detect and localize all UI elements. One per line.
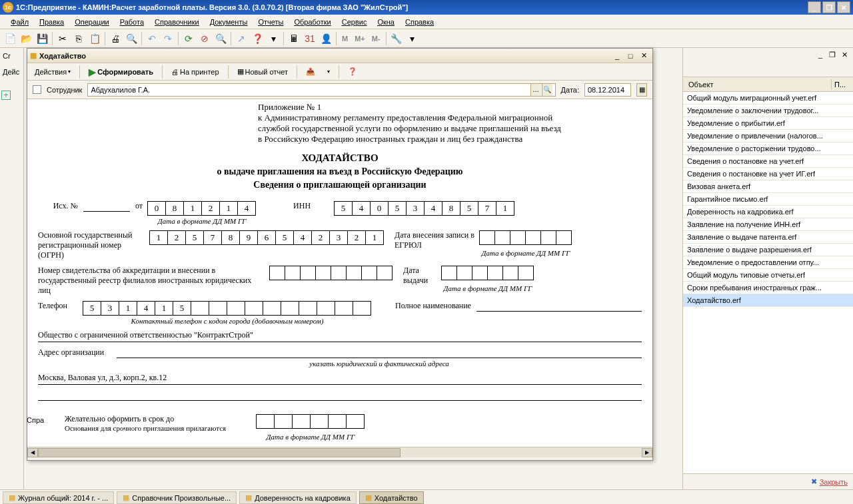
copy-icon[interactable]: ⎘ — [71, 31, 86, 46]
list-item[interactable]: Ходатайство.erf — [683, 294, 853, 307]
export-button[interactable]: 📤 — [301, 65, 320, 78]
new-report-button[interactable]: ▦ Новый отчет — [233, 65, 293, 78]
col-object[interactable]: Объект — [686, 79, 832, 90]
left-tab-1[interactable]: Сг — [1, 51, 22, 61]
task-item[interactable]: ▦Журнал общий: 2014 г. - ... — [3, 491, 114, 504]
task-icon[interactable]: 👤 — [319, 31, 333, 46]
redo-icon[interactable]: ↷ — [161, 31, 175, 46]
menu-operations[interactable]: Операции — [69, 17, 114, 27]
undo-icon[interactable]: ↶ — [145, 31, 159, 46]
task-item[interactable]: ▦Доверенность на кадровика — [239, 491, 357, 504]
printer-button[interactable]: 🖨 На принтер — [167, 66, 224, 78]
deadline-grid[interactable] — [257, 414, 365, 429]
panel-close-button[interactable]: ✕ — [838, 49, 850, 60]
egrul-date-grid[interactable] — [480, 230, 572, 245]
dropdown-icon[interactable]: ▾ — [266, 31, 281, 46]
lookup-icon[interactable]: … — [530, 84, 541, 96]
search-icon[interactable]: 🔍 — [213, 31, 228, 46]
dialog-minimize-button[interactable]: _ — [611, 51, 623, 61]
list-item[interactable]: Доверенность на кадровика.erf — [683, 206, 853, 218]
phone-grid[interactable]: 531415 — [83, 301, 371, 316]
export-dropdown[interactable]: ▾ — [323, 67, 335, 77]
address-field-2[interactable]: Москва, Валовая ул, д.3, корп.2, кв.12 — [38, 373, 642, 385]
employee-checkbox[interactable] — [33, 85, 41, 94]
list-item[interactable]: Заявление на получение ИНН.erf — [683, 218, 853, 231]
accred-grid[interactable] — [270, 266, 393, 280]
date1-grid[interactable]: 081214 — [148, 201, 256, 216]
open-icon[interactable]: 📂 — [19, 31, 33, 46]
close-button[interactable]: ✕ — [837, 1, 850, 13]
panel-restore-button[interactable]: ❐ — [826, 49, 838, 60]
list-item[interactable]: Заявление о выдаче патента.erf — [683, 231, 853, 244]
issue-date-grid[interactable] — [442, 266, 534, 280]
col-p[interactable]: П... — [832, 79, 850, 90]
m-button[interactable]: M — [339, 35, 351, 43]
menu-docs[interactable]: Документы — [205, 17, 253, 27]
menu-processing[interactable]: Обработки — [289, 17, 336, 27]
goto-icon[interactable]: ↗ — [234, 31, 249, 46]
menu-work[interactable]: Работа — [115, 17, 149, 27]
preview-icon[interactable]: 🔍 — [124, 31, 139, 46]
object-list[interactable]: Общий модуль миграционный учет.erfУведом… — [683, 92, 853, 473]
panel-minimize-button[interactable]: _ — [814, 49, 826, 60]
scroll-left-icon[interactable]: ◀ — [27, 448, 38, 457]
settings-dropdown-icon[interactable]: ▾ — [405, 31, 420, 46]
task-item[interactable]: ▦Ходатайство — [359, 491, 424, 504]
list-item[interactable]: Уведомление о привлечении (налогов... — [683, 130, 853, 142]
menu-refs[interactable]: Справочники — [149, 17, 205, 27]
menu-reports[interactable]: Отчеты — [253, 17, 289, 27]
save-icon[interactable]: 💾 — [35, 31, 49, 46]
h-scrollbar[interactable]: ◀ ▶ — [27, 447, 652, 457]
print-icon[interactable]: 🖨 — [108, 31, 123, 46]
minimize-button[interactable]: _ — [808, 1, 821, 13]
list-item[interactable]: Сроки пребывания иностранных граж... — [683, 282, 853, 294]
dialog-help-button[interactable]: ❓ — [343, 65, 362, 78]
form-button[interactable]: ▶ Сформировать — [84, 65, 158, 79]
employee-input[interactable]: Абдухалилов Г.А. … 🔍 — [87, 83, 555, 97]
list-item[interactable]: Уведомление о расторжении трудово... — [683, 142, 853, 155]
mminus-button[interactable]: M- — [369, 35, 383, 43]
fullname-field[interactable] — [476, 301, 642, 312]
menu-windows[interactable]: Окна — [372, 17, 400, 27]
settings-icon[interactable]: 🔧 — [389, 31, 404, 46]
ish-field[interactable] — [83, 201, 130, 212]
ogrn-grid[interactable]: 1257896542321 — [150, 230, 384, 245]
dialog-close-button[interactable]: ✕ — [638, 51, 650, 61]
help-icon[interactable]: ❓ — [250, 31, 265, 46]
menu-edit[interactable]: Правка — [34, 17, 69, 27]
scroll-right-icon[interactable]: ▶ — [642, 448, 652, 457]
list-item[interactable]: Общий модуль миграционный учет.erf — [683, 92, 853, 105]
menu-service[interactable]: Сервис — [337, 17, 373, 27]
list-item[interactable]: Гарантийное письмо.erf — [683, 193, 853, 206]
actions-dropdown[interactable]: Действия ▾ — [30, 66, 75, 78]
calendar-icon[interactable]: 31 — [303, 31, 317, 46]
list-item[interactable]: Уведомление о прибытии.erf — [683, 117, 853, 130]
mplus-button[interactable]: M+ — [352, 35, 368, 43]
add-icon[interactable]: + — [1, 91, 11, 100]
calc-icon[interactable]: 🖩 — [287, 31, 301, 46]
list-item[interactable]: Уведомление о предоставлении отпу... — [683, 256, 853, 269]
new-icon[interactable]: 📄 — [3, 31, 17, 46]
stop-icon[interactable]: ⊘ — [197, 31, 212, 46]
inn-grid[interactable]: 5405348571 — [335, 201, 514, 216]
cut-icon[interactable]: ✂ — [55, 31, 70, 46]
list-item[interactable]: Общий модуль типовые отчеты.erf — [683, 269, 853, 282]
address-field-1[interactable] — [117, 348, 642, 358]
list-item[interactable]: Сведения о постановке на учет ИГ.erf — [683, 168, 853, 180]
refresh-icon[interactable]: ⟳ — [181, 31, 196, 46]
list-item[interactable]: Сведения о постановке на учет.erf — [683, 155, 853, 168]
close-link[interactable]: ✖ Закрыть — [811, 477, 848, 486]
task-item[interactable]: ▦Справочник Произвольные... — [117, 491, 237, 504]
dialog-maximize-button[interactable]: □ — [624, 51, 636, 61]
paste-icon[interactable]: 📋 — [87, 31, 102, 46]
date-picker-icon[interactable]: ▦ — [636, 83, 647, 97]
left-actions[interactable]: Дейс — [1, 67, 22, 77]
menu-file[interactable]: Файл — [5, 17, 34, 27]
list-item[interactable]: Уведомление о заключении трудовог... — [683, 105, 853, 117]
date-input[interactable]: 08.12.2014 — [584, 83, 631, 97]
clear-icon[interactable]: 🔍 — [542, 84, 552, 96]
list-item[interactable]: Заявление о выдаче разрешения.erf — [683, 244, 853, 256]
menu-help[interactable]: Справка — [400, 17, 439, 27]
address-field-3[interactable] — [38, 390, 642, 401]
list-item[interactable]: Визовая анкета.erf — [683, 180, 853, 193]
